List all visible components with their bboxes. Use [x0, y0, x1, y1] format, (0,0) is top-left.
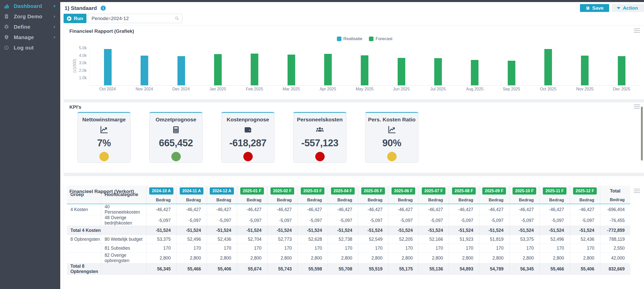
run-button[interactable]: Run — [64, 14, 86, 23]
power-icon — [4, 45, 10, 51]
cell-bedrag: -5,097 — [570, 215, 600, 226]
sidebar-item-zorg-demo[interactable]: Zorg Demo — [0, 11, 60, 22]
kpi-card-omzetprognose: Omzetprognose665,452 — [149, 112, 203, 163]
legend-swatch — [337, 37, 341, 41]
bar-mar-2025 — [288, 55, 295, 85]
x-axis-label: Dec 2025 — [603, 87, 640, 91]
legend-item-forecast[interactable]: Forecast — [369, 36, 392, 41]
column-header-2025-11-f: 2025-11 FBedrag — [540, 186, 570, 204]
cell-bedrag: -5,097 — [297, 215, 328, 226]
kpi-card-title: Omzetprognose — [156, 117, 196, 123]
sidebar-item-define[interactable]: Define — [0, 22, 60, 32]
total-column-label: Total — [600, 187, 631, 195]
cell-bedrag: 170 — [388, 244, 418, 253]
cell-groep — [67, 244, 101, 253]
cell-bedrag: 52,549 — [358, 235, 388, 244]
cell-bedrag: 51,923 — [449, 235, 479, 244]
cell-bedrag: -46,427 — [207, 204, 237, 215]
column-header-2025-08-f: 2025-08 FBedrag — [449, 186, 479, 204]
cell-bedrag: 52,436 — [207, 235, 237, 244]
subheader-bedrag: Bedrag — [298, 195, 328, 203]
legend-label: Realisatie — [343, 36, 363, 41]
kpi-menu-icon[interactable] — [634, 104, 640, 110]
period-badge: 2024-10 A — [149, 187, 173, 195]
cell-bedrag: -51,524 — [358, 226, 388, 235]
chart-section: Financieel Rapport (Grafiek) RealisatieF… — [64, 25, 644, 99]
section-divider — [64, 99, 644, 102]
cell-bedrag: 56,345 — [146, 264, 176, 275]
vertical-scrollbar-thumb[interactable] — [641, 107, 643, 160]
x-axis-label: Sep 2025 — [493, 87, 530, 91]
cell-bedrag: 2,800 — [388, 253, 418, 264]
bar-slot — [566, 56, 603, 85]
cell-bedrag: 170 — [449, 244, 479, 253]
save-button-label: Save — [592, 5, 604, 11]
table-row: 82 Overige opbrengsten2,8002,8002,8002,8… — [67, 253, 630, 264]
chart-plot-area — [89, 45, 640, 86]
query-input-box — [88, 14, 182, 23]
bar-slot — [530, 49, 566, 85]
cell-bedrag: -51,524 — [237, 226, 267, 235]
cell-groep: 8 Opbrengsten — [67, 235, 101, 244]
cell-bedrag: -46,427 — [358, 204, 388, 215]
search-icon — [175, 16, 179, 21]
period-badge: 2025-04 F — [331, 187, 355, 195]
bar-nov-2024 — [141, 56, 148, 85]
sidebar-item-log-out[interactable]: Log out — [0, 42, 60, 53]
table-row: 81 Subsidies1701701701701701701701701701… — [67, 244, 630, 253]
cell-bedrag: 55,406 — [207, 264, 237, 275]
legend-item-realisatie[interactable]: Realisatie — [337, 36, 363, 41]
cell-bedrag: 2,800 — [418, 253, 449, 264]
cell-bedrag: 2,800 — [509, 253, 540, 264]
bar-slot — [126, 56, 163, 85]
sidebar-item-manage[interactable]: Manage — [0, 32, 60, 42]
kpi-card-value: 665,452 — [159, 138, 193, 149]
kpi-card-value: -618,287 — [229, 138, 266, 149]
column-header-2025-06-f: 2025-06 FBedrag — [388, 186, 418, 204]
kpi-card-pers-kosten-ratio: Pers. Kosten Ratio90% — [365, 112, 418, 163]
table-menu-icon[interactable] — [634, 189, 640, 194]
cell-bedrag: 832,669 — [600, 264, 630, 275]
cell-bedrag: 2,800 — [207, 253, 237, 264]
table-section-title: Financieel Rapport (Verkort) — [69, 189, 134, 194]
cell-bedrag: 2,800 — [358, 253, 388, 264]
column-header-total: TotalBedrag — [600, 186, 630, 204]
dashboard-page: { "sidebar": { "items": [ { "label": "Da… — [0, 0, 644, 289]
cell-bedrag: 788,119 — [600, 235, 630, 244]
column-header-2025-04-f: 2025-04 FBedrag — [328, 186, 358, 204]
y-axis-tick: 2.0k — [71, 68, 87, 73]
cell-bedrag: -772,859 — [600, 226, 630, 235]
bar-dec-2024 — [177, 56, 185, 85]
bar-jan-2025 — [214, 54, 222, 85]
cell-bedrag: 52,628 — [297, 235, 328, 244]
cell-bedrag: 55,708 — [328, 264, 358, 275]
cell-bedrag: 170 — [479, 244, 509, 253]
chart-x-axis-labels: Oct 2024Nov 2024Dec 2024Jan 2025Feb 2025… — [89, 87, 640, 91]
cell-hoofdcategorie: 40 Personeelskosten — [101, 204, 146, 215]
cell-bedrag: -5,097 — [176, 215, 207, 226]
cell-bedrag: -51,524 — [176, 226, 207, 235]
sidebar-item-dashboard[interactable]: Dashboard — [0, 1, 60, 11]
x-axis-label: Oct 2025 — [530, 87, 566, 91]
cell-bedrag: 52,166 — [418, 235, 449, 244]
action-button[interactable]: Action — [612, 4, 644, 12]
cell-bedrag: -5,097 — [237, 215, 267, 226]
table-row: 8 Opbrengsten80 Wettelijk budget53,37552… — [67, 235, 630, 244]
info-icon[interactable]: i — [101, 6, 106, 11]
save-button[interactable]: Save — [580, 4, 609, 12]
bar-feb-2025 — [251, 54, 258, 85]
cell-bedrag: 55,406 — [570, 264, 600, 275]
x-axis-label: May 2025 — [346, 87, 383, 91]
cell-bedrag: -46,427 — [449, 204, 479, 215]
chart-menu-icon[interactable] — [634, 28, 640, 34]
sidebar-item-label: Define — [14, 24, 30, 30]
bar-oct-2024 — [104, 49, 112, 85]
sections: Financieel Rapport (Grafiek) RealisatieF… — [64, 25, 644, 289]
cell-bedrag: 2,800 — [328, 253, 358, 264]
cell-bedrag: 170 — [540, 244, 570, 253]
period-query-input[interactable] — [88, 14, 182, 23]
cell-groep: Total 8 Opbrengsten — [67, 264, 101, 275]
cell-bedrag: -46,427 — [509, 204, 540, 215]
bar-may-2025 — [361, 55, 368, 85]
column-header-2024-12-a: 2024-12 ABedrag — [207, 186, 237, 204]
